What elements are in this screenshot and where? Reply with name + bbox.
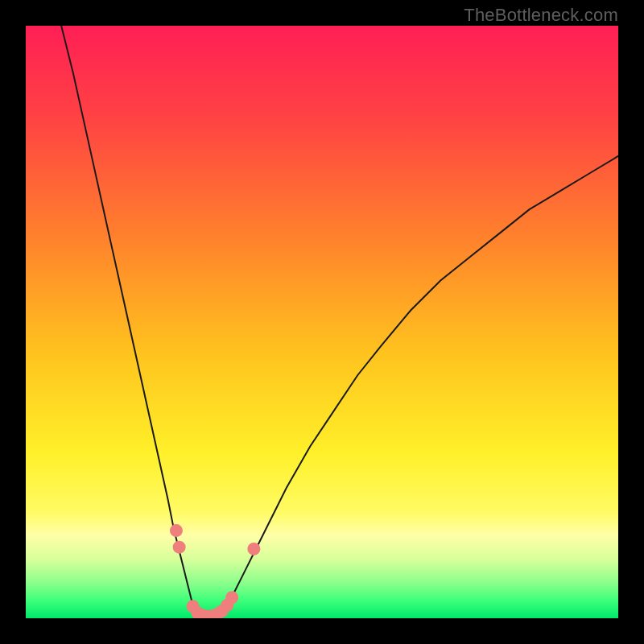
watermark-label: TheBottleneck.com: [464, 5, 618, 26]
threshold-dot: [225, 591, 238, 604]
chart-frame: TheBottleneck.com: [0, 0, 644, 644]
threshold-dot: [173, 541, 186, 554]
threshold-dot: [247, 543, 260, 555]
threshold-dot: [170, 524, 183, 537]
plot-area: [26, 26, 618, 618]
series-curve-right: [225, 156, 618, 613]
curve-layer: [26, 26, 618, 618]
